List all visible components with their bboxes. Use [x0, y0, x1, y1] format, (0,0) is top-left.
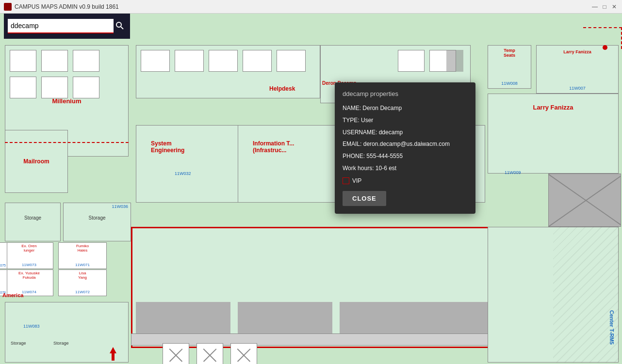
search-icon: [115, 21, 124, 30]
svg-line-1: [121, 27, 123, 29]
popup-close-button[interactable]: CLOSE: [343, 191, 386, 206]
bottom-left-area: [5, 302, 129, 363]
oren-lunger-label: Ex. Orenlunger: [7, 244, 51, 253]
temp-seats-label: TempSeats: [490, 48, 529, 58]
popup-name-value: Deron Decamp: [362, 105, 402, 111]
arrow-head: [110, 347, 116, 353]
search-bar: [4, 14, 130, 39]
code-11w071: 11W071: [75, 263, 90, 267]
storage-bottom-left: Storage: [11, 341, 26, 346]
popup-type-row: TYPE: User: [343, 116, 468, 125]
search-input[interactable]: [8, 19, 114, 33]
popup-type-value: User: [361, 117, 373, 124]
oren-lunger-room: Ex. Orenlunger 11W073: [5, 242, 53, 269]
desk-5: [277, 50, 306, 72]
sub-room-6: [73, 77, 99, 98]
larry-fanizza-label: Larry Fanizza: [553, 49, 602, 54]
sa-desk-1: [398, 50, 425, 72]
sub-room-1: [10, 50, 36, 72]
app-title: CAMPUS MAPS ADMIN v0.9 build 1861: [15, 3, 119, 10]
x-desk-1: [163, 343, 189, 364]
popup-username-row: USERNAME: ddecamp: [343, 128, 468, 137]
fumiko-hales-label: FumikoHales: [61, 244, 104, 253]
popup-phone-row: PHONE: 555-444-5555: [343, 152, 468, 160]
code-11w083: 11W083: [23, 324, 40, 329]
code-11w009: 11W009: [505, 170, 521, 175]
center-trm5-label: Center T-RM5: [609, 310, 615, 345]
maximize-button[interactable]: □: [601, 3, 608, 11]
properties-popup: ddecamp properties NAME: Deron Decamp TY…: [335, 82, 475, 214]
lisa-yang-room: LisaYang 11W072: [58, 269, 107, 296]
desk-2: [175, 50, 204, 72]
popup-workhours-row: Work hours: 10-6 est: [343, 164, 468, 173]
network-room: Larry Fanizza: [488, 94, 619, 174]
storage-left-room: Storage: [5, 203, 61, 241]
code-11w036: 11W036: [112, 204, 128, 209]
storage-11w036-room: 11W036 Storage: [63, 203, 131, 241]
storage-left-label: Storage: [24, 215, 41, 221]
network-label: Larry Fanizza: [533, 104, 573, 111]
sub-room-2: [41, 50, 68, 72]
popup-workhours-value: 10-6 est: [376, 165, 396, 172]
code-11w072: 11W072: [75, 290, 90, 294]
code-11w032: 11W032: [175, 171, 191, 176]
close-window-button[interactable]: ✕: [610, 3, 618, 11]
sys-eng-label: SystemEngineering: [151, 140, 184, 154]
svg-point-0: [116, 22, 121, 27]
storage-label: Storage: [88, 215, 105, 221]
popup-vip-row: VIP: [343, 177, 468, 184]
vip-label: VIP: [352, 177, 361, 184]
sub-room-4: [10, 77, 36, 98]
popup-title: ddecamp properties: [343, 90, 468, 97]
popup-name-row: NAME: Deron Decamp: [343, 104, 468, 112]
popup-phone-label: PHONE:: [343, 153, 365, 159]
app-icon: [4, 3, 12, 11]
info-tech-label: Information T...(Infrastruc...: [253, 140, 294, 154]
code-11w073: 11W073: [22, 263, 36, 267]
x-desk-2: [196, 343, 223, 364]
desk-4: [243, 50, 272, 72]
popup-type-label: TYPE:: [343, 117, 360, 124]
title-bar-left: CAMPUS MAPS ADMIN v0.9 build 1861: [4, 3, 119, 11]
popup-email-value: deron.decamp@us.daiwacm.com: [363, 141, 450, 147]
x-desk-3: [230, 343, 257, 364]
storage-bottom-right: Storage: [53, 341, 69, 346]
code-11w075: 075: [0, 264, 6, 267]
stairwell-diag: [548, 174, 621, 227]
code-11w074: 11W074: [22, 290, 36, 294]
yususke-fukuda-label: Ex. YususkeFukuda: [7, 271, 51, 280]
search-button[interactable]: [114, 19, 126, 33]
vip-checkbox[interactable]: [343, 177, 349, 184]
sa-desk-3: [446, 50, 463, 72]
temp-seats-code: 11W008: [501, 81, 518, 86]
mailroom-label: Mailroom: [23, 158, 49, 165]
sub-room-3: [73, 50, 99, 72]
helpdesk-label: Helpdesk: [269, 85, 295, 92]
minimize-button[interactable]: —: [591, 3, 599, 11]
larry-fanizza-code: 11W007: [569, 86, 586, 91]
popup-email-label: EMAIL:: [343, 141, 361, 147]
desk-3: [209, 50, 238, 72]
room-11w075: 075: [0, 242, 7, 269]
dotted-line-h: [5, 142, 129, 143]
popup-username-label: USERNAME:: [343, 129, 377, 136]
temp-seats-room: TempSeats 11W008: [488, 45, 531, 89]
mailroom-room: Mailroom: [5, 130, 68, 193]
america-label: America: [2, 292, 23, 298]
popup-name-label: NAME:: [343, 105, 361, 111]
popup-phone-value: 555-444-5555: [366, 153, 403, 159]
lisa-yang-label: LisaYang: [61, 271, 104, 280]
popup-workhours-label: Work hours:: [343, 165, 374, 172]
window-controls[interactable]: — □ ✕: [591, 3, 618, 11]
popup-email-row: EMAIL: deron.decamp@us.daiwacm.com: [343, 140, 468, 148]
sub-room-5: [41, 77, 68, 98]
title-bar: CAMPUS MAPS ADMIN v0.9 build 1861 — □ ✕: [0, 0, 622, 14]
map-canvas[interactable]: Millenium Mailroom Helpdesk Deron Decamp…: [0, 14, 622, 364]
desk-1: [141, 50, 170, 72]
dot-tr: [603, 45, 607, 50]
arrow-shaft: [112, 353, 115, 361]
fumiko-hales-room: FumikoHales 11W071: [58, 242, 107, 269]
popup-username-value: ddecamp: [379, 129, 403, 136]
larry-fanizza-room: Larry Fanizza 11W007: [536, 45, 619, 94]
